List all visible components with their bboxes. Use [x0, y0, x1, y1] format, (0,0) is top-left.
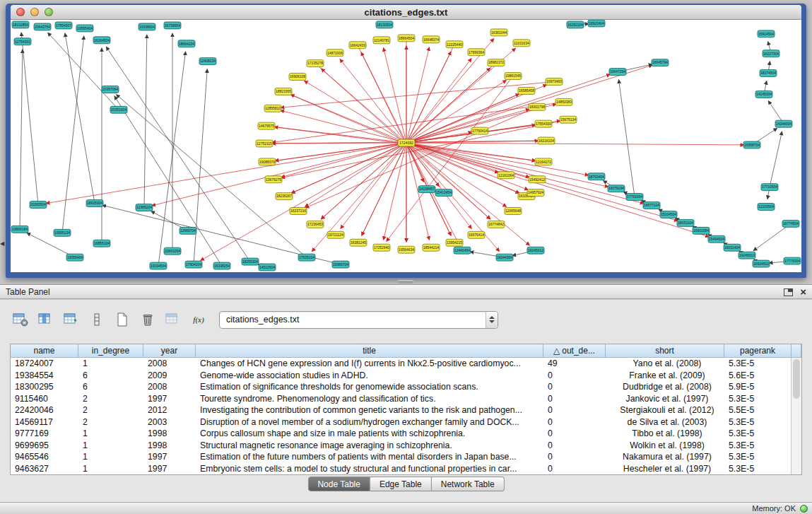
tab-node-table[interactable]: Node Table	[307, 477, 370, 491]
table-row[interactable]: 1830029562008Estimation of significance …	[11, 381, 801, 393]
close-panel-icon[interactable]: ×	[800, 286, 806, 297]
column-header-in_degree[interactable]: in_degree	[78, 344, 143, 358]
graph-node[interactable]: 17791064	[626, 194, 643, 201]
import-table-icon[interactable]	[163, 310, 184, 329]
function-builder-icon[interactable]: f(x)	[188, 310, 209, 329]
panel-splitter-handle[interactable]	[398, 280, 413, 284]
graph-node[interactable]: 16227304	[763, 50, 779, 57]
graph-node[interactable]: 18301798	[529, 103, 546, 110]
graph-node[interactable]: 11031634	[513, 40, 530, 47]
table-row[interactable]: 946554611997Estimation of the future num…	[11, 451, 801, 463]
graph-node[interactable]: 12754301	[14, 38, 31, 45]
graph-node[interactable]: 17635104	[298, 254, 315, 261]
graph-node[interactable]: 14522504	[259, 264, 276, 271]
tab-network-table[interactable]: Network Table	[432, 477, 505, 491]
graph-node[interactable]: 12365204	[136, 204, 153, 211]
graph-node[interactable]: 13954215	[446, 239, 463, 246]
graph-node[interactable]: 19366704	[332, 261, 349, 268]
graph-node[interactable]: 1724092	[398, 139, 415, 146]
table-row[interactable]: 946362711997Embryonic stem cells: a mode…	[11, 463, 801, 475]
graph-node[interactable]: 16361044	[490, 29, 507, 36]
graph-node[interactable]: 15494504	[708, 235, 725, 243]
minimize-window-button[interactable]	[30, 8, 39, 16]
graph-node[interactable]: 16855104	[93, 240, 110, 247]
graph-node[interactable]: 14158457	[418, 186, 435, 193]
graph-node[interactable]: 10973493	[546, 78, 563, 86]
graph-node[interactable]: 18255304	[242, 258, 259, 265]
graph-node[interactable]: 16338254	[213, 262, 230, 269]
graph-node[interactable]: 19245012	[527, 247, 544, 254]
citation-network-graph[interactable]: 1724092162161041755430018301798165854581…	[11, 20, 801, 272]
table-row[interactable]: 911546021997Tourette syndrome. Phenomeno…	[11, 393, 801, 405]
graph-node[interactable]: 12065648	[505, 208, 522, 215]
graph-node[interactable]: 17135278	[307, 60, 324, 67]
graph-node[interactable]: 14850383	[555, 98, 572, 105]
graph-node[interactable]: 19923404	[588, 20, 605, 27]
graph-node[interactable]: 15675134	[560, 116, 577, 123]
graph-node[interactable]: 15914504	[758, 30, 775, 37]
graph-node[interactable]: 12855810	[264, 105, 281, 112]
graph-node[interactable]: 16645794	[652, 59, 669, 66]
graph-node[interactable]: 19245013	[739, 252, 755, 259]
table-row[interactable]: 1938455462009Genome-wide association stu…	[11, 370, 801, 382]
graph-node[interactable]: 16648374	[423, 36, 440, 43]
graph-node[interactable]: 20351604	[110, 106, 127, 113]
graph-node[interactable]: 19338604	[139, 23, 155, 30]
graph-node[interactable]: 12440454	[454, 247, 471, 254]
graph-node[interactable]: 19565404	[76, 25, 93, 32]
graph-node[interactable]: 18236267	[276, 193, 293, 200]
graph-node[interactable]: 12408134	[199, 58, 216, 65]
table-source-select[interactable]: citations_edges.txt	[219, 311, 498, 329]
graph-node[interactable]: 17750414	[471, 127, 488, 134]
graph-node[interactable]: 17779304	[784, 257, 801, 264]
graph-node[interactable]: 19806184	[11, 226, 28, 233]
graph-node[interactable]: 15104504	[660, 211, 677, 218]
graph-node[interactable]: 19721124	[327, 231, 344, 238]
graph-node[interactable]: 16031404	[724, 244, 741, 251]
graph-node[interactable]: 20663254	[164, 247, 181, 255]
table-row[interactable]: 977716911998Corpus callosum shape and si…	[11, 428, 801, 440]
graph-node[interactable]: 16924502	[753, 260, 770, 267]
graph-node[interactable]: 18664504	[398, 35, 415, 42]
graph-node[interactable]: 16292104	[567, 21, 584, 28]
graph-node[interactable]: 18130504	[376, 21, 393, 28]
graph-node[interactable]: 16774842	[488, 221, 505, 228]
graph-node[interactable]: 12103504	[758, 204, 775, 211]
graph-node[interactable]: 17252940	[373, 244, 390, 251]
zoom-window-button[interactable]	[45, 8, 53, 16]
graph-node[interactable]: 15958704	[743, 141, 760, 148]
table-scrollbar[interactable]	[791, 358, 801, 474]
graph-node[interactable]: 17554307	[55, 22, 72, 29]
graph-node[interactable]: 18981372	[488, 59, 505, 66]
graph-node[interactable]: 13679275	[265, 176, 282, 183]
graph-node[interactable]: 19564634	[398, 246, 415, 253]
column-header-name[interactable]: name	[11, 344, 78, 358]
delete-table-icon[interactable]	[137, 310, 158, 329]
graph-node[interactable]: 14957924	[527, 189, 544, 197]
column-header-short[interactable]: short	[606, 344, 724, 358]
graph-node[interactable]: 16216104	[538, 137, 555, 144]
graph-node[interactable]: 16677104	[643, 202, 660, 209]
graph-node[interactable]: 12161064	[498, 172, 514, 179]
create-column-icon[interactable]	[61, 310, 82, 329]
graph-node[interactable]: 14872006	[326, 49, 343, 57]
graph-node[interactable]: 17904204	[185, 261, 202, 268]
float-panel-icon[interactable]	[784, 288, 793, 296]
graph-node[interactable]: 14244004	[775, 120, 792, 127]
column-header-title[interactable]: title	[196, 344, 543, 358]
graph-node[interactable]: 18821565	[275, 88, 292, 95]
graph-node[interactable]: 17710504	[761, 184, 778, 191]
graph-node[interactable]: 16647294	[609, 69, 626, 76]
new-row-icon[interactable]	[112, 310, 133, 329]
graph-node[interactable]: 16585458	[518, 87, 535, 94]
graph-node[interactable]: 16381245	[350, 239, 367, 246]
graph-node[interactable]: 20260504	[30, 201, 47, 209]
graph-node[interactable]: 14679575	[258, 122, 275, 129]
graph-node[interactable]: 18664204	[178, 40, 195, 47]
graph-node[interactable]: 16901954	[693, 227, 710, 234]
scrollbar-thumb[interactable]	[793, 359, 800, 399]
table-options-icon[interactable]	[10, 310, 31, 329]
graph-node[interactable]: 16164504	[93, 37, 110, 44]
graph-node[interactable]: 20357064	[102, 86, 119, 93]
graph-node[interactable]: 19861545	[505, 73, 522, 80]
